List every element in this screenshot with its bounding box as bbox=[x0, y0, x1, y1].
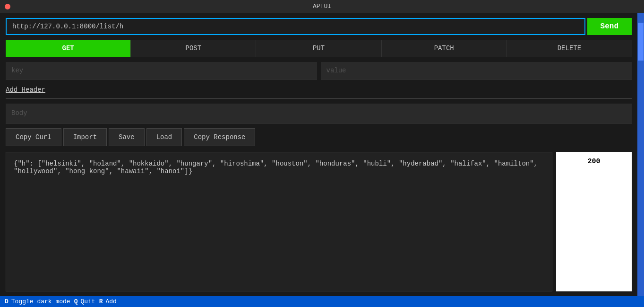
action-buttons: Copy Curl Import Save Load Copy Response bbox=[6, 128, 632, 146]
status-bar: D Toggle dark mode Q Quit R Add bbox=[0, 296, 644, 307]
status-bar-key-d: D bbox=[5, 298, 9, 305]
method-tabs: GET POST PUT PATCH DELETE bbox=[6, 40, 632, 57]
status-bar-label-r: Add bbox=[105, 298, 116, 305]
method-tab-delete[interactable]: DELETE bbox=[507, 40, 632, 57]
add-header-row: Add Header bbox=[6, 83, 632, 99]
main-area: Send GET POST PUT PATCH DELETE Add Heade… bbox=[0, 13, 644, 296]
url-row: Send bbox=[6, 18, 632, 35]
load-button[interactable]: Load bbox=[146, 128, 182, 146]
body-input[interactable] bbox=[6, 104, 632, 123]
headers-row bbox=[6, 62, 632, 79]
save-button[interactable]: Save bbox=[109, 128, 145, 146]
scrollbar[interactable] bbox=[637, 13, 644, 296]
method-tab-put[interactable]: PUT bbox=[256, 40, 381, 57]
status-bar-key-q: Q bbox=[74, 298, 78, 305]
response-area: {"h": ["helsinki", "holand", "hokkaido",… bbox=[6, 152, 632, 291]
title-bar: APTUI bbox=[0, 0, 644, 13]
method-tab-post[interactable]: POST bbox=[131, 40, 256, 57]
app-title: APTUI bbox=[313, 3, 331, 10]
status-bar-label-q: Quit bbox=[80, 298, 95, 305]
import-button[interactable]: Import bbox=[63, 128, 107, 146]
copy-response-button[interactable]: Copy Response bbox=[184, 128, 255, 146]
url-input[interactable] bbox=[6, 18, 585, 35]
header-key-input[interactable] bbox=[6, 62, 317, 79]
status-bar-item-q: Q Quit bbox=[74, 298, 95, 305]
scrollbar-thumb[interactable] bbox=[638, 23, 644, 61]
traffic-light-icon bbox=[5, 4, 10, 9]
method-tab-patch[interactable]: PATCH bbox=[382, 40, 507, 57]
response-body: {"h": ["helsinki", "holand", "hokkaido",… bbox=[6, 152, 552, 291]
status-bar-item-d: D Toggle dark mode bbox=[5, 298, 70, 305]
header-value-input[interactable] bbox=[321, 62, 632, 79]
response-status-code: 200 bbox=[587, 158, 600, 166]
response-status-box: 200 bbox=[556, 152, 632, 291]
method-tab-get[interactable]: GET bbox=[6, 40, 131, 57]
status-bar-key-r: R bbox=[99, 298, 103, 305]
status-bar-item-r: R Add bbox=[99, 298, 117, 305]
copy-curl-button[interactable]: Copy Curl bbox=[6, 128, 61, 146]
send-button[interactable]: Send bbox=[587, 18, 632, 35]
status-bar-label-d: Toggle dark mode bbox=[11, 298, 70, 305]
add-header-button[interactable]: Add Header bbox=[6, 83, 45, 96]
left-panel: Send GET POST PUT PATCH DELETE Add Heade… bbox=[0, 13, 637, 296]
